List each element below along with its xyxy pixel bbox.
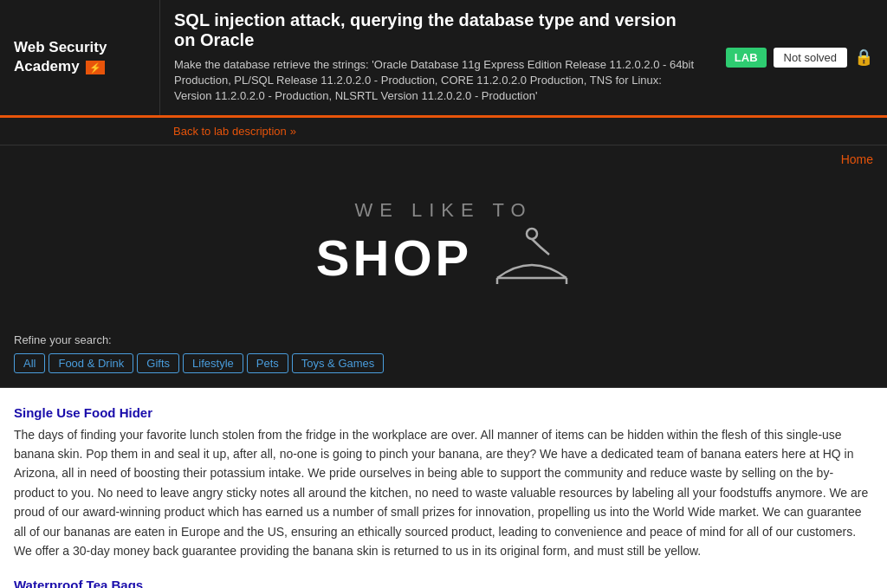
refine-label: Refine your search: <box>14 333 887 346</box>
lab-header: Web Security Academy ⚡ SQL injection att… <box>0 0 887 118</box>
lab-info: SQL injection attack, querying the datab… <box>160 0 712 115</box>
hanger-icon <box>493 222 571 294</box>
access-icon[interactable]: 🔒 <box>854 48 873 67</box>
filter-tag-all[interactable]: All <box>14 353 45 373</box>
logo-line2: Academy <box>14 58 80 74</box>
filter-section: Refine your search: AllFood & DrinkGifts… <box>0 320 887 388</box>
product-description-product-1: The days of finding your favorite lunch … <box>14 425 873 561</box>
nav-bar: Home <box>0 145 887 173</box>
back-link-arrows: » <box>290 125 296 138</box>
shop-section: WE LIKE TO SHOP <box>0 173 887 320</box>
product-title-product-2: Waterproof Tea Bags <box>14 578 873 588</box>
lab-title: SQL injection attack, querying the datab… <box>174 10 698 50</box>
logo-text: Web Security Academy ⚡ <box>14 38 107 76</box>
sub-header: Back to lab description » <box>0 118 887 145</box>
back-link-text: Back to lab description <box>173 125 287 138</box>
logo-section: Web Security Academy ⚡ <box>0 0 160 115</box>
filter-tags: AllFood & DrinkGiftsLifestylePetsToys & … <box>14 353 887 373</box>
back-to-lab-link[interactable]: Back to lab description » <box>173 125 296 138</box>
logo-badge: ⚡ <box>86 61 105 74</box>
shop-text: SHOP <box>316 229 472 287</box>
logo-line1: Web Security <box>14 39 107 55</box>
product-title-product-1: Single Use Food Hider <box>14 405 873 420</box>
home-link[interactable]: Home <box>841 152 873 166</box>
we-like-to-text: WE LIKE TO <box>316 199 571 222</box>
filter-tag-pets[interactable]: Pets <box>247 353 288 373</box>
not-solved-button[interactable]: Not solved <box>774 48 847 68</box>
lab-badge: LAB <box>726 48 767 68</box>
shop-logo: WE LIKE TO SHOP <box>316 199 571 294</box>
filter-tag-gifts[interactable]: Gifts <box>137 353 179 373</box>
svg-point-0 <box>527 229 537 239</box>
content-section: Single Use Food HiderThe days of finding… <box>0 388 887 588</box>
filter-tag-lifestyle[interactable]: Lifestyle <box>183 353 243 373</box>
lab-status-section: LAB Not solved 🔒 <box>712 0 887 115</box>
filter-tag-toys-games[interactable]: Toys & Games <box>292 353 385 373</box>
lab-description: Make the database retrieve the strings: … <box>174 57 698 105</box>
filter-tag-food-drink[interactable]: Food & Drink <box>49 353 133 373</box>
